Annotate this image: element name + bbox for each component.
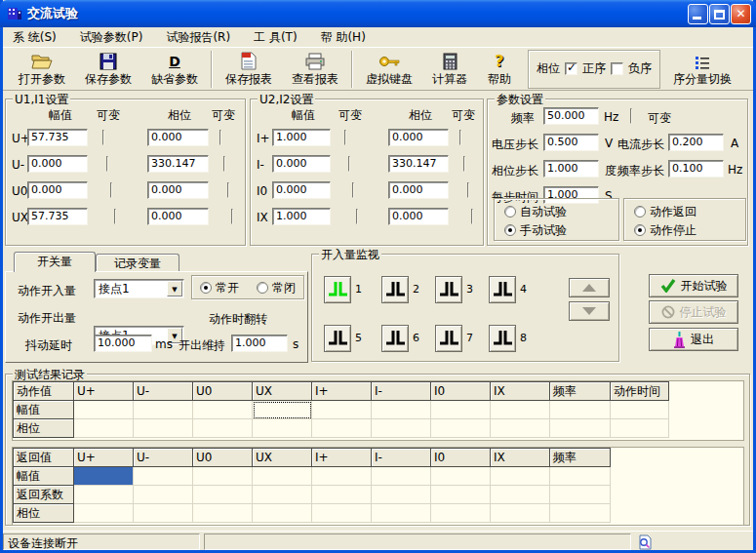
phase-step-input[interactable]: 1.000 <box>543 160 599 178</box>
grid-cell[interactable] <box>193 419 253 438</box>
grid-cell[interactable] <box>431 467 491 486</box>
contact-button-4[interactable] <box>489 276 516 303</box>
grid-cell[interactable] <box>134 467 193 486</box>
u1-phase-input[interactable]: 330.147 <box>147 155 209 173</box>
grid-cell[interactable] <box>611 401 669 419</box>
grid-cell[interactable] <box>491 401 550 419</box>
grid-cell[interactable] <box>372 401 431 419</box>
u2-phase-var-checkbox[interactable] <box>471 209 473 224</box>
grid-cell[interactable] <box>312 467 372 486</box>
grid-cell[interactable] <box>193 504 253 523</box>
grid-cell[interactable] <box>312 504 372 523</box>
hold-time-input[interactable]: 1.000 <box>231 335 288 352</box>
u1-phase-input[interactable]: 0.000 <box>147 129 209 146</box>
grid-cell[interactable] <box>611 419 669 438</box>
help-button[interactable]: ? 帮助 <box>477 49 522 89</box>
u2-phase-input[interactable]: 0.000 <box>388 208 449 225</box>
u2-phase-var-checkbox[interactable] <box>463 156 465 172</box>
grid-cell[interactable] <box>253 486 312 504</box>
voltage-step-input[interactable]: 0.500 <box>543 134 599 151</box>
grid-cell[interactable] <box>550 401 611 419</box>
freq-step-input[interactable]: 0.100 <box>668 160 724 178</box>
mode-auto-option[interactable]: 自动试验 <box>504 204 567 220</box>
u2-phase-var-checkbox[interactable] <box>467 182 469 198</box>
action-return-option[interactable]: 动作返回 <box>634 204 696 220</box>
u2-amp-var-checkbox[interactable] <box>356 209 358 224</box>
grid-cell[interactable] <box>372 504 431 523</box>
u2-phase-input[interactable]: 0.000 <box>388 181 449 199</box>
grid-cell[interactable] <box>431 504 491 523</box>
exit-button[interactable]: 退出 <box>649 328 738 351</box>
grid-cell[interactable] <box>491 504 550 523</box>
u1-phase-var-checkbox[interactable] <box>223 156 225 172</box>
contact-open-option[interactable]: 常开 <box>200 280 239 296</box>
action-stop-radio[interactable] <box>634 224 646 236</box>
grid-cell[interactable] <box>74 419 134 438</box>
save-report-button[interactable]: 保存报表 <box>216 49 282 89</box>
u1-amp-input[interactable]: 57.735 <box>27 129 88 146</box>
grid-cell[interactable] <box>74 401 134 419</box>
contact-button-5[interactable] <box>324 325 351 352</box>
grid-cell[interactable] <box>193 486 253 504</box>
grid-cell[interactable] <box>134 486 193 504</box>
grid-cell[interactable] <box>372 467 431 486</box>
current-step-input[interactable]: 0.200 <box>668 134 724 151</box>
u1-amp-var-checkbox[interactable] <box>102 130 104 145</box>
u2-phase-input[interactable]: 330.147 <box>388 155 449 173</box>
grid-cell[interactable] <box>74 504 134 523</box>
start-test-button[interactable]: 开始试验 <box>649 274 738 297</box>
mode-auto-radio[interactable] <box>504 206 516 217</box>
u1-phase-input[interactable]: 0.000 <box>147 208 209 225</box>
grid-cell[interactable] <box>550 467 611 486</box>
virtual-keyboard-button[interactable]: 虚拟键盘 <box>356 49 422 89</box>
contact-button-2[interactable] <box>381 276 409 303</box>
u1-phase-var-checkbox[interactable] <box>219 130 221 145</box>
tab-record-variable[interactable]: 记录变量 <box>96 254 179 272</box>
u1-amp-var-checkbox[interactable] <box>106 156 108 172</box>
grid-cell[interactable] <box>193 467 253 486</box>
grid-cell[interactable] <box>312 401 372 419</box>
menu-tools[interactable]: 工 具(T) <box>254 29 298 46</box>
grid-cell[interactable] <box>253 419 312 438</box>
contact-closed-option[interactable]: 常闭 <box>257 280 296 296</box>
contact-button-7[interactable] <box>435 325 462 352</box>
status-search-icon[interactable] <box>637 534 653 550</box>
grid-cell[interactable] <box>74 486 134 504</box>
u1-amp-input[interactable]: 0.000 <box>27 155 88 173</box>
positive-seq-checkbox[interactable] <box>565 62 577 75</box>
u2-amp-input[interactable]: 0.000 <box>272 181 331 199</box>
grid-cell-selected[interactable] <box>74 467 134 486</box>
u2-amp-var-checkbox[interactable] <box>352 182 354 198</box>
grid-cell[interactable] <box>431 419 491 438</box>
chevron-down-icon[interactable]: ▼ <box>167 281 182 296</box>
grid-cell-focused[interactable] <box>253 401 312 419</box>
u1-amp-var-checkbox[interactable] <box>110 182 112 198</box>
jitter-delay-input[interactable]: 10.000 <box>94 335 152 352</box>
contact-button-6[interactable] <box>381 325 409 352</box>
grid-cell[interactable] <box>134 419 193 438</box>
menu-test-report[interactable]: 试验报告(R) <box>166 29 230 46</box>
action-in-combo[interactable]: 接点1 ▼ <box>94 279 184 298</box>
up-button[interactable] <box>569 278 610 297</box>
u2-phase-input[interactable]: 0.000 <box>388 129 449 146</box>
stop-test-button[interactable]: 停止试验 <box>649 300 738 324</box>
freq-input[interactable]: 50.000 <box>543 107 599 125</box>
menu-test-params[interactable]: 试验参数(P) <box>80 29 143 46</box>
mode-manual-option[interactable]: 手动试验 <box>504 222 567 239</box>
grid-cell[interactable] <box>431 486 491 504</box>
grid-cell[interactable] <box>491 486 550 504</box>
view-report-button[interactable]: 查看报表 <box>282 49 348 89</box>
maximize-button[interactable] <box>709 4 730 24</box>
contact-button-1[interactable] <box>324 276 351 303</box>
grid-cell[interactable] <box>491 467 550 486</box>
contact-button-3[interactable] <box>435 276 462 303</box>
down-button[interactable] <box>569 301 610 321</box>
u1-amp-var-checkbox[interactable] <box>114 209 116 224</box>
grid-cell[interactable] <box>253 504 312 523</box>
default-params-button[interactable]: D 缺省参数 <box>141 49 208 89</box>
grid-cell[interactable] <box>134 401 193 419</box>
u1-amp-input[interactable]: 0.000 <box>27 181 88 199</box>
u2-phase-var-checkbox[interactable] <box>459 130 461 145</box>
freq-var-checkbox[interactable] <box>630 108 632 124</box>
u2-amp-input[interactable]: 0.000 <box>272 155 331 173</box>
